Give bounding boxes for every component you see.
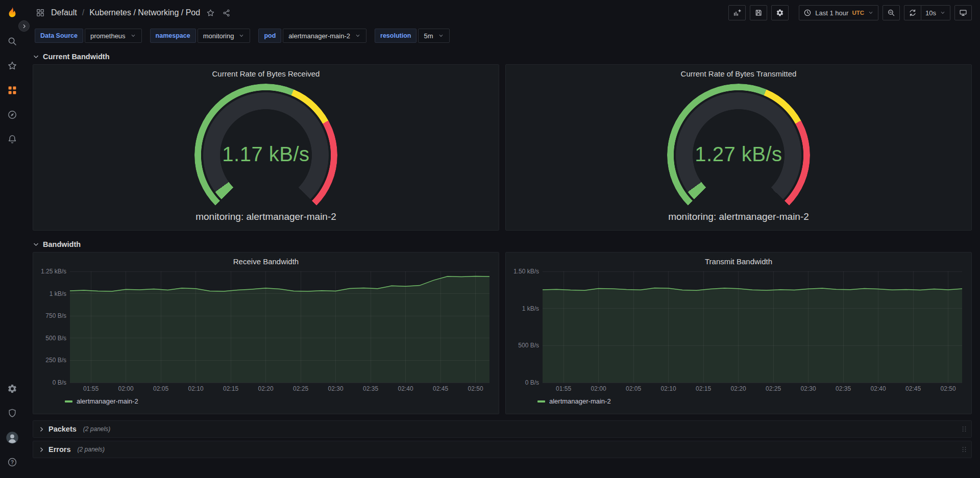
legend-item[interactable]: alertmanager-main-2 — [77, 397, 138, 405]
grafana-logo[interactable] — [5, 6, 20, 21]
svg-text:02:20: 02:20 — [731, 385, 746, 392]
refresh-interval-value: 10s — [925, 9, 936, 17]
panel-current-rate-received: Current Rate of Bytes Received 1.17 kB/s… — [33, 64, 499, 231]
row-header-bandwidth[interactable]: Bandwidth — [33, 237, 972, 252]
chevron-down-icon — [33, 241, 39, 248]
sidebar-item-search[interactable] — [4, 33, 21, 50]
zoom-out-time-button[interactable] — [883, 5, 900, 20]
chevron-down-icon — [238, 33, 244, 39]
panel-title[interactable]: Current Rate of Bytes Transmitted — [681, 65, 797, 80]
avatar — [6, 431, 19, 444]
svg-text:02:00: 02:00 — [118, 385, 134, 392]
variable-select-namespace[interactable]: monitoring — [198, 29, 251, 43]
drag-handle[interactable] — [960, 445, 968, 454]
row-header-current-bandwidth[interactable]: Current Bandwidth — [33, 49, 972, 64]
variable-label-namespace: namespace — [150, 29, 196, 43]
svg-text:02:25: 02:25 — [293, 385, 308, 392]
svg-text:1 kB/s: 1 kB/s — [50, 290, 66, 297]
gauge-bytes-received: 1.17 kB/s — [194, 84, 337, 209]
row-header-packets[interactable]: Packets (2 panels) — [33, 420, 972, 438]
dashboard-settings-button[interactable] — [771, 5, 789, 20]
variable-select-pod[interactable]: alertmanager-main-2 — [283, 29, 366, 43]
share-icon — [222, 9, 231, 17]
sidebar-nav-bottom — [4, 380, 21, 471]
drag-handle[interactable] — [960, 425, 968, 433]
receive-bandwidth-chart[interactable]: 0 B/s250 B/s500 B/s750 B/s1 kB/s1.25 kB/… — [38, 267, 494, 394]
gear-icon — [776, 9, 784, 17]
sidebar-item-dashboards[interactable] — [4, 82, 21, 99]
refresh-button[interactable] — [904, 5, 921, 20]
panel-current-rate-transmitted: Current Rate of Bytes Transmitted 1.27 k… — [505, 64, 972, 231]
breadcrumb-root[interactable]: Default — [51, 8, 77, 17]
bell-icon — [7, 134, 17, 144]
panel-title[interactable]: Current Rate of Bytes Received — [212, 65, 320, 80]
variable-select-resolution[interactable]: 5m — [418, 29, 449, 43]
clock-icon — [803, 9, 812, 17]
monitor-icon — [959, 9, 967, 17]
refresh-interval-select[interactable]: 10s — [921, 5, 950, 20]
chevron-down-icon — [33, 54, 39, 60]
main-area: Default / Kubernetes / Networking / Pod … — [24, 0, 980, 478]
time-range-label: Last 1 hour — [815, 9, 848, 17]
gauge-row: Current Rate of Bytes Received 1.17 kB/s… — [33, 64, 972, 231]
variables-bar: Data Source prometheus namespace monitor… — [24, 26, 980, 49]
add-panel-button[interactable] — [728, 5, 746, 20]
variable-label-resolution: resolution — [375, 29, 416, 43]
legend-item[interactable]: alertmanager-main-2 — [549, 397, 611, 405]
variable-datasource: Data Source prometheus — [35, 29, 142, 43]
svg-text:0 B/s: 0 B/s — [525, 379, 539, 386]
svg-text:02:05: 02:05 — [626, 385, 641, 392]
svg-text:02:10: 02:10 — [188, 385, 204, 392]
sidebar-item-help[interactable] — [4, 454, 21, 471]
svg-text:02:40: 02:40 — [871, 385, 886, 392]
star-icon — [206, 9, 215, 17]
variable-select-datasource[interactable]: prometheus — [85, 29, 142, 43]
svg-text:250 B/s: 250 B/s — [45, 357, 66, 364]
share-dashboard-button[interactable] — [221, 8, 232, 18]
time-range-picker[interactable]: Last 1 hour UTC — [799, 5, 878, 20]
refresh-icon — [909, 9, 917, 17]
gauge-value-text: 1.27 kB/s — [667, 143, 810, 166]
variable-namespace: namespace monitoring — [150, 29, 251, 43]
svg-text:02:15: 02:15 — [696, 385, 711, 392]
row-header-errors[interactable]: Errors (2 panels) — [33, 441, 972, 458]
sidebar-expand-button[interactable] — [18, 20, 30, 32]
sidebar-item-explore[interactable] — [4, 106, 21, 123]
zoom-out-icon — [887, 9, 895, 17]
dashboard-body: Current Bandwidth Current Rate of Bytes … — [24, 49, 980, 478]
favorite-dashboard-button[interactable] — [205, 8, 216, 18]
row-title: Current Bandwidth — [43, 53, 110, 61]
panel-title[interactable]: Transmit Bandwidth — [511, 253, 966, 267]
svg-text:1.25 kB/s: 1.25 kB/s — [41, 268, 66, 275]
sidebar-item-starred[interactable] — [4, 57, 21, 74]
gauge-bytes-transmitted: 1.27 kB/s — [667, 84, 810, 209]
svg-text:500 B/s: 500 B/s — [518, 342, 539, 349]
chevron-right-icon — [38, 446, 45, 453]
breadcrumb: Default / Kubernetes / Networking / Pod — [35, 7, 232, 18]
sidebar-item-profile[interactable] — [4, 429, 21, 446]
svg-text:02:05: 02:05 — [153, 385, 168, 392]
save-dashboard-button[interactable] — [750, 5, 767, 20]
breadcrumb-page[interactable]: Kubernetes / Networking / Pod — [89, 8, 200, 17]
chart-legend: alertmanager-main-2 — [38, 394, 494, 405]
sidebar-item-configuration[interactable] — [4, 380, 21, 397]
svg-text:1.50 kB/s: 1.50 kB/s — [513, 268, 539, 275]
row-panel-count: (2 panels) — [78, 446, 105, 453]
dashboard-header: Default / Kubernetes / Networking / Pod … — [24, 0, 980, 26]
help-icon — [7, 457, 17, 467]
svg-text:01:55: 01:55 — [83, 385, 99, 392]
transmit-bandwidth-chart[interactable]: 0 B/s500 B/s1 kB/s1.50 kB/s01:5502:0002:… — [511, 267, 966, 394]
search-icon — [7, 36, 17, 46]
gauge-series-label: monitoring: alertmanager-main-2 — [195, 211, 336, 222]
svg-text:02:30: 02:30 — [328, 385, 344, 392]
panel-receive-bandwidth: Receive Bandwidth 0 B/s250 B/s500 B/s750… — [33, 252, 499, 414]
svg-text:750 B/s: 750 B/s — [45, 312, 66, 319]
panel-title[interactable]: Receive Bandwidth — [38, 253, 494, 267]
sidebar-item-server-admin[interactable] — [4, 405, 21, 422]
star-icon — [7, 61, 17, 71]
row-panel-count: (2 panels) — [83, 425, 110, 433]
timezone-label: UTC — [852, 10, 864, 16]
cycle-view-mode-button[interactable] — [954, 5, 972, 20]
sidebar-item-alerting[interactable] — [4, 131, 21, 148]
dashboards-grid-icon — [7, 85, 17, 95]
